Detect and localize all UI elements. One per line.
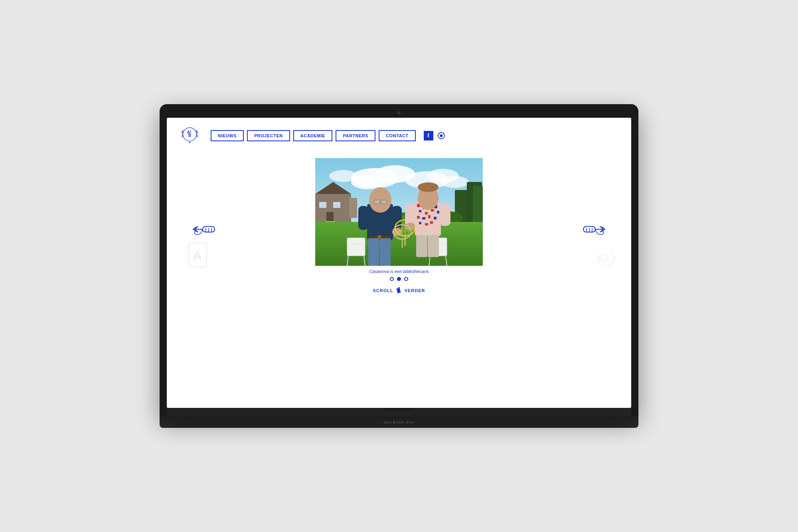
deco-swirl: [585, 241, 622, 282]
nav-academie[interactable]: ACADEMIE: [293, 130, 333, 141]
laptop-screen: A! B NIEUWS PROJECTEN ACADEMIE PARTNERS …: [167, 118, 631, 408]
nav-nieuws[interactable]: NIEUWS: [211, 130, 244, 141]
svg-point-48: [369, 187, 391, 213]
deco-a-card: A: [187, 241, 209, 271]
navigation: A! B NIEUWS PROJECTEN ACADEMIE PARTNERS …: [167, 118, 631, 154]
svg-rect-78: [430, 221, 433, 224]
svg-rect-73: [422, 217, 425, 220]
svg-rect-26: [326, 212, 334, 222]
verder-label: VERDER: [405, 288, 425, 293]
laptop-model-label: MacBook Pro: [384, 420, 414, 424]
svg-rect-68: [419, 210, 421, 212]
scroll-verder[interactable]: SCROLL VERDER: [373, 287, 425, 295]
svg-rect-23: [349, 198, 357, 218]
pencil-icon: [396, 287, 402, 295]
scroll-label: SCROLL: [373, 288, 393, 293]
nav-partners[interactable]: PARTNERS: [336, 130, 375, 141]
svg-rect-25: [333, 202, 340, 208]
laptop-body: A! B NIEUWS PROJECTEN ACADEMIE PARTNERS …: [160, 104, 638, 417]
svg-point-5: [440, 134, 442, 137]
svg-rect-74: [428, 215, 431, 218]
svg-rect-79: [416, 235, 427, 257]
svg-rect-83: [405, 204, 416, 226]
svg-rect-36: [347, 238, 365, 244]
nav-projecten[interactable]: PROJECTEN: [247, 130, 290, 141]
svg-line-8: [444, 133, 444, 133]
svg-rect-69: [425, 212, 428, 215]
svg-point-19: [441, 176, 469, 188]
camera: [397, 111, 401, 115]
right-arrow-hand[interactable]: [579, 220, 607, 243]
svg-rect-47: [378, 235, 381, 239]
svg-point-3: [189, 142, 190, 143]
website-content: A! B NIEUWS PROJECTEN ACADEMIE PARTNERS …: [167, 118, 631, 408]
svg-text:B: B: [188, 133, 191, 138]
svg-rect-45: [380, 236, 391, 266]
main-content: Casanova is een bibliothecaris SCROLL: [167, 154, 631, 303]
svg-rect-80: [428, 235, 439, 257]
svg-point-20: [329, 170, 357, 182]
dot-2[interactable]: [397, 277, 401, 281]
svg-rect-76: [419, 222, 421, 224]
eye-icon[interactable]: [437, 131, 446, 140]
hero-caption: Casanova is een bibliothecaris: [369, 269, 429, 274]
laptop-notch: [383, 408, 415, 410]
dot-3[interactable]: [404, 277, 408, 281]
laptop-base: MacBook Pro: [160, 417, 638, 428]
svg-rect-72: [417, 216, 420, 219]
svg-rect-52: [358, 206, 368, 230]
facebook-icon[interactable]: f: [424, 131, 433, 140]
svg-line-7: [439, 133, 439, 133]
svg-rect-77: [425, 223, 428, 225]
svg-rect-70: [431, 209, 434, 212]
hero-image: [315, 158, 483, 266]
left-arrow-hand[interactable]: [191, 220, 219, 243]
svg-rect-44: [368, 236, 379, 266]
nav-contact[interactable]: CONTACT: [379, 130, 415, 141]
laptop-bottom-bar: [167, 408, 631, 417]
laptop-scene: A! B NIEUWS PROJECTEN ACADEMIE PARTNERS …: [160, 104, 638, 428]
svg-point-82: [418, 182, 439, 192]
svg-rect-24: [319, 202, 326, 208]
svg-rect-71: [437, 211, 439, 214]
dot-1[interactable]: [390, 277, 394, 281]
svg-rect-84: [440, 204, 450, 226]
nav-buttons: NIEUWS PROJECTEN ACADEMIE PARTNERS CONTA…: [211, 130, 416, 141]
svg-text:A: A: [193, 249, 202, 263]
svg-rect-75: [434, 217, 437, 220]
svg-rect-49: [374, 200, 380, 204]
social-icons: f: [424, 131, 446, 140]
logo-emblem: A! B: [179, 125, 201, 147]
carousel-dots: [390, 277, 408, 281]
svg-rect-50: [381, 200, 387, 204]
